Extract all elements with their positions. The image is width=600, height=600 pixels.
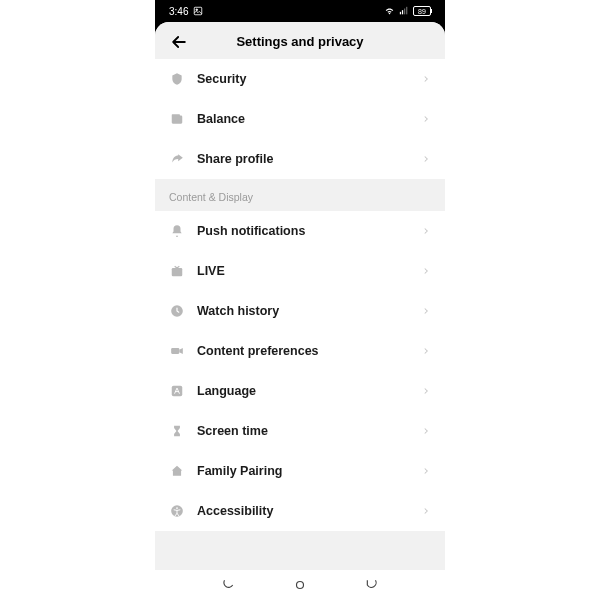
svg-rect-8 xyxy=(172,268,183,276)
row-label: Watch history xyxy=(197,304,421,318)
row-watch-history[interactable]: Watch history xyxy=(155,291,445,331)
share-icon xyxy=(169,151,185,167)
row-label: Language xyxy=(197,384,421,398)
chevron-right-icon xyxy=(421,113,431,125)
live-icon xyxy=(169,263,185,279)
row-security[interactable]: Security xyxy=(155,59,445,99)
status-bar: 3:46 89 xyxy=(155,0,445,22)
row-accessibility[interactable]: Accessibility xyxy=(155,491,445,531)
chevron-right-icon xyxy=(421,425,431,437)
svg-point-1 xyxy=(196,9,198,11)
signal-icon xyxy=(399,6,409,16)
chevron-right-icon xyxy=(421,385,431,397)
svg-rect-6 xyxy=(172,116,183,124)
row-label: LIVE xyxy=(197,264,421,278)
row-language[interactable]: Language xyxy=(155,371,445,411)
row-label: Content preferences xyxy=(197,344,421,358)
svg-rect-4 xyxy=(404,9,405,15)
row-label: Share profile xyxy=(197,152,421,166)
svg-rect-0 xyxy=(195,7,203,15)
row-label: Family Pairing xyxy=(197,464,421,478)
android-nav-bar xyxy=(155,570,445,600)
nav-home-button[interactable] xyxy=(292,577,308,593)
row-balance[interactable]: Balance xyxy=(155,99,445,139)
status-time: 3:46 xyxy=(169,6,188,17)
row-live[interactable]: LIVE xyxy=(155,251,445,291)
chevron-right-icon xyxy=(421,225,431,237)
chevron-right-icon xyxy=(421,305,431,317)
clock-icon xyxy=(169,303,185,319)
row-label: Screen time xyxy=(197,424,421,438)
language-icon xyxy=(169,383,185,399)
row-label: Balance xyxy=(197,112,421,126)
svg-point-14 xyxy=(297,582,304,589)
chevron-right-icon xyxy=(421,73,431,85)
svg-rect-3 xyxy=(402,10,403,14)
row-family-pairing[interactable]: Family Pairing xyxy=(155,451,445,491)
bell-icon xyxy=(169,223,185,239)
row-label: Push notifications xyxy=(197,224,421,238)
svg-point-13 xyxy=(176,507,178,509)
svg-rect-5 xyxy=(406,7,407,14)
row-share-profile[interactable]: Share profile xyxy=(155,139,445,179)
chevron-right-icon xyxy=(421,345,431,357)
row-content-preferences[interactable]: Content preferences xyxy=(155,331,445,371)
video-icon xyxy=(169,343,185,359)
row-label: Accessibility xyxy=(197,504,421,518)
chevron-right-icon xyxy=(421,505,431,517)
chevron-right-icon xyxy=(421,265,431,277)
accessibility-icon xyxy=(169,503,185,519)
row-push-notifications[interactable]: Push notifications xyxy=(155,211,445,251)
wallet-icon xyxy=(169,111,185,127)
battery-icon: 89 xyxy=(413,6,431,16)
home-icon xyxy=(169,463,185,479)
shield-icon xyxy=(169,71,185,87)
hourglass-icon xyxy=(169,423,185,439)
back-button[interactable] xyxy=(169,32,189,52)
nav-back-button[interactable] xyxy=(364,577,380,593)
section-header-content-display: Content & Display xyxy=(155,179,445,211)
image-indicator-icon xyxy=(193,6,203,16)
svg-rect-7 xyxy=(172,114,180,116)
row-screen-time[interactable]: Screen time xyxy=(155,411,445,451)
page-header: Settings and privacy xyxy=(155,22,445,59)
svg-rect-2 xyxy=(400,12,401,14)
row-label: Security xyxy=(197,72,421,86)
chevron-right-icon xyxy=(421,153,431,165)
nav-recents-button[interactable] xyxy=(220,577,236,593)
svg-rect-10 xyxy=(171,348,179,354)
page-title: Settings and privacy xyxy=(169,34,431,49)
wifi-icon xyxy=(384,6,395,16)
chevron-right-icon xyxy=(421,465,431,477)
